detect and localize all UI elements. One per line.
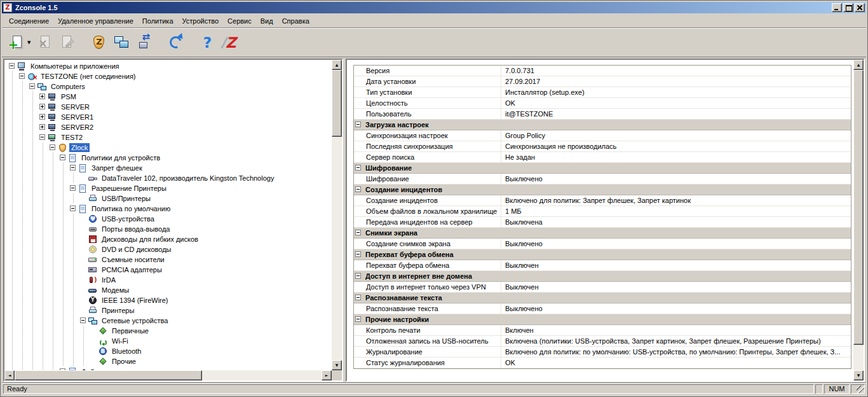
property-row[interactable]: Контроль печатиВключен <box>354 325 851 336</box>
property-row[interactable]: Создание снимков экранаВыключено <box>354 239 851 249</box>
scroll-up-icon[interactable]: ▲ <box>853 60 864 70</box>
property-row[interactable]: Распознавание текстаВыключено <box>354 303 851 314</box>
tree-node[interactable]: Компьютеры и приложения <box>5 61 332 71</box>
tree-expander[interactable] <box>78 316 88 326</box>
tree-node[interactable]: Запрет флешек <box>5 163 332 173</box>
property-row[interactable]: ШифрованиеВыключено <box>354 174 851 185</box>
property-row[interactable]: Доступ в интернет только через VPNВыключ… <box>354 282 851 293</box>
property-row[interactable]: Тип установкиИнсталлятор (setup.exe) <box>354 87 851 98</box>
expander-minus-icon[interactable] <box>70 185 76 191</box>
tree-node[interactable]: IEEE 1394 (FireWire) <box>5 295 332 305</box>
tree-expander[interactable] <box>68 204 78 214</box>
property-row[interactable]: ЖурналированиеВключено для политик: по у… <box>354 347 851 358</box>
scroll-up-icon[interactable]: ▲ <box>332 60 342 70</box>
tree-node[interactable]: Порты ввода-вывода <box>5 224 332 234</box>
tree-node[interactable]: Сетевые устройства <box>5 316 332 326</box>
tree-node[interactable]: Дисководы для гибких дисков <box>5 234 332 244</box>
property-section-row[interactable]: Перехват буфера обмена <box>354 249 851 260</box>
collapse-minus-icon[interactable] <box>355 251 361 257</box>
tree-expander[interactable] <box>37 132 48 143</box>
expander-plus-icon[interactable] <box>39 124 45 130</box>
property-row[interactable]: Перехват буфера обменаВыключен <box>354 260 851 271</box>
property-section-row[interactable]: Снимки экрана <box>354 228 851 239</box>
tree-node[interactable]: Computers <box>5 81 332 92</box>
tree-expander[interactable] <box>68 183 78 193</box>
tree-node[interactable]: Модемы <box>5 285 332 295</box>
tree-node[interactable]: Bluetooth <box>5 346 332 356</box>
tree-node[interactable]: TEST2 <box>5 132 332 143</box>
tree-expander[interactable] <box>7 61 17 71</box>
resize-grip-icon[interactable] <box>857 386 864 393</box>
expander-plus-icon[interactable] <box>39 104 45 109</box>
expander-plus-icon[interactable] <box>39 94 45 99</box>
property-row[interactable]: Синхронизация настроекGroup Policy <box>354 130 851 141</box>
tree-node[interactable]: Zlock <box>5 143 332 153</box>
tree-expander[interactable] <box>37 112 48 122</box>
menu-item[interactable]: Удаленное управление <box>53 15 138 27</box>
collapse-minus-icon[interactable] <box>355 165 361 171</box>
property-row[interactable]: Сервер поискаНе задан <box>354 152 851 163</box>
tree-expander[interactable] <box>68 163 78 173</box>
tree-node[interactable]: Принтеры <box>5 305 332 316</box>
expander-minus-icon[interactable] <box>50 144 55 150</box>
collapse-minus-icon[interactable] <box>355 122 361 127</box>
menu-item[interactable]: Справка <box>278 15 314 27</box>
scroll-down-icon[interactable]: ▼ <box>332 360 342 370</box>
close-button[interactable] <box>855 3 865 12</box>
tree-node[interactable]: DataTraveler 102, производитель Kingston… <box>5 173 332 183</box>
menu-item[interactable]: Политика <box>138 15 178 27</box>
tree-node[interactable]: USB/Принтеры <box>5 193 332 204</box>
property-section-row[interactable]: Создание инцидентов <box>354 185 851 195</box>
menu-item[interactable]: Вид <box>256 15 278 27</box>
tree-expander[interactable] <box>17 71 27 81</box>
tree-node[interactable]: Разрешение Принтеры <box>5 183 332 193</box>
scrollbar-thumb[interactable] <box>332 70 342 137</box>
refresh-button[interactable] <box>165 32 187 53</box>
zecurion-button[interactable] <box>219 32 241 53</box>
tree-node[interactable]: Политики для устройств <box>5 153 332 163</box>
tree-expander[interactable] <box>58 153 68 163</box>
tree-node[interactable]: USB-устройства <box>5 214 332 224</box>
properties-vertical-scrollbar[interactable]: ▲ ▼ <box>853 60 864 380</box>
scroll-right-icon[interactable]: ► <box>322 370 332 380</box>
property-row[interactable]: Статус журналированияOK <box>354 358 851 368</box>
tree-vertical-scrollbar[interactable]: ▲ ▼ <box>332 60 342 370</box>
zlock-button[interactable] <box>88 32 110 53</box>
property-row[interactable]: Объем файлов в локальном хранилище1 МБ <box>354 206 851 217</box>
tree-node[interactable]: Wi-Fi <box>5 336 332 346</box>
tree-node[interactable]: PSM <box>5 92 332 102</box>
scroll-left-icon[interactable]: ◄ <box>4 370 15 380</box>
tree-node[interactable]: Прочие <box>5 356 332 366</box>
menu-item[interactable]: Устройство <box>178 15 224 27</box>
menu-item[interactable]: Сервис <box>223 15 256 27</box>
apply-button[interactable] <box>134 32 156 53</box>
tree-node[interactable]: IrDA <box>5 275 332 285</box>
property-row[interactable]: ЦелостностьOK <box>354 98 851 109</box>
help-button[interactable] <box>196 32 218 53</box>
tree-node[interactable]: TESTZONE (нет соединения) <box>5 71 332 81</box>
scrollbar-thumb[interactable] <box>853 70 864 345</box>
tree-node[interactable]: SERVER <box>5 102 332 112</box>
tree-horizontal-scrollbar[interactable]: ◄ ► <box>4 370 332 380</box>
collapse-minus-icon[interactable] <box>355 295 361 300</box>
collapse-minus-icon[interactable] <box>355 316 361 322</box>
expander-minus-icon[interactable] <box>70 165 76 171</box>
tree-expander[interactable] <box>37 92 48 102</box>
scrollbar-thumb[interactable] <box>15 370 202 380</box>
tree-node[interactable]: Политика по умолчанию <box>5 204 332 214</box>
property-section-row[interactable]: Прочие настройки <box>354 314 851 325</box>
tree-expander[interactable] <box>37 102 48 112</box>
tree-node[interactable]: SERVER2 <box>5 122 332 132</box>
tree-node[interactable]: DVD и CD дисководы <box>5 244 332 254</box>
property-row[interactable]: Передача инцидентов на серверВыключена <box>354 217 851 228</box>
expander-minus-icon[interactable] <box>29 83 35 89</box>
computers-button[interactable] <box>111 32 133 53</box>
expander-minus-icon[interactable] <box>19 73 25 79</box>
collapse-minus-icon[interactable] <box>355 230 361 235</box>
expander-minus-icon[interactable] <box>80 317 86 323</box>
tree-expander[interactable] <box>27 81 37 92</box>
property-section-row[interactable]: Доступ в интернет вне домена <box>354 271 851 282</box>
tree-node[interactable]: Первичные <box>5 326 332 336</box>
tree-node[interactable]: Съемные носители <box>5 254 332 265</box>
tree-node[interactable]: SERVER1 <box>5 112 332 122</box>
